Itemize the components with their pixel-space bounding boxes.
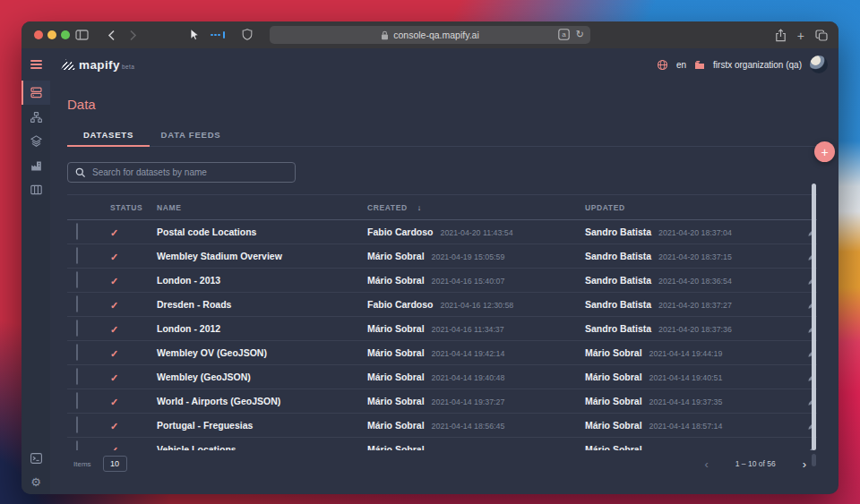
updated-at: 2021-04-14 19:44:19 bbox=[649, 349, 723, 358]
svg-text:a: a bbox=[562, 30, 566, 38]
sidebar-item-maps[interactable] bbox=[22, 177, 50, 201]
column-header-status[interactable]: STATUS bbox=[103, 203, 148, 212]
status-check-icon: ✓ bbox=[110, 372, 118, 383]
row-checkbox[interactable] bbox=[76, 416, 78, 433]
organization-name[interactable]: firstx organization (qa) bbox=[713, 60, 802, 70]
row-checkbox[interactable] bbox=[76, 320, 78, 337]
previous-page-icon[interactable]: ‹ bbox=[704, 458, 708, 470]
dataset-name[interactable]: Portugal - Freguesias bbox=[148, 420, 367, 431]
created-by: Fabio Cardoso bbox=[367, 226, 434, 237]
table-row[interactable]: ✓ Dresden - Roads Fabio Cardoso 2021-04-… bbox=[67, 293, 817, 317]
tab-data-feeds[interactable]: DATA FEEDS bbox=[150, 123, 232, 146]
created-by: Mário Sobral bbox=[367, 420, 425, 431]
table-row[interactable]: ✓ London - 2012 Mário Sobral 2021-04-16 … bbox=[67, 317, 817, 341]
row-checkbox[interactable] bbox=[76, 440, 78, 450]
row-checkbox[interactable] bbox=[76, 223, 78, 240]
zoom-window-button[interactable] bbox=[61, 30, 70, 39]
hamburger-icon bbox=[30, 60, 42, 69]
updated-at: 2021-04-14 19:40:51 bbox=[649, 373, 723, 382]
table-row[interactable]: ✓ Vehicle Locations Mário Sobral Mário S… bbox=[67, 438, 817, 450]
row-checkbox[interactable] bbox=[76, 368, 78, 385]
scrollbar-thumb[interactable] bbox=[812, 184, 816, 450]
updated-by: Mário Sobral bbox=[585, 347, 642, 358]
dataset-name[interactable]: Dresden - Roads bbox=[148, 299, 367, 310]
scrollbar-track[interactable] bbox=[812, 454, 816, 466]
dataset-name[interactable]: Wembley (GeoJSON) bbox=[148, 372, 367, 382]
organization-icon[interactable] bbox=[694, 60, 705, 70]
tab-overview-icon[interactable] bbox=[815, 30, 828, 41]
dataset-name[interactable]: Vehicle Locations bbox=[148, 444, 367, 450]
cursor-pointer-icon bbox=[188, 29, 202, 41]
created-by: Fabio Cardoso bbox=[367, 299, 434, 310]
user-avatar[interactable] bbox=[810, 56, 828, 73]
table-header-row: STATUS NAME CREATED ↓ UPDATED bbox=[67, 195, 817, 220]
translate-icon[interactable]: a bbox=[558, 29, 570, 40]
privacy-shield-icon[interactable] bbox=[240, 29, 254, 41]
add-dataset-button[interactable]: + bbox=[814, 141, 835, 162]
sidebar-item-settings[interactable]: ⚙ bbox=[22, 470, 50, 494]
sidebar-item-organizations[interactable] bbox=[22, 153, 50, 177]
row-checkbox[interactable] bbox=[76, 295, 78, 312]
dataset-name[interactable]: London - 2012 bbox=[148, 323, 367, 334]
hierarchy-icon bbox=[30, 112, 42, 123]
search-box[interactable] bbox=[67, 162, 296, 183]
created-at: 2021-04-16 15:40:07 bbox=[432, 277, 505, 286]
table-row[interactable]: ✓ Wembley OV (GeoJSON) Mário Sobral 2021… bbox=[67, 341, 817, 365]
dataset-name[interactable]: London - 2013 bbox=[148, 275, 367, 286]
dataset-name[interactable]: World - Airports (GeoJSON) bbox=[148, 396, 367, 406]
status-check-icon: ✓ bbox=[110, 252, 118, 262]
share-icon[interactable] bbox=[775, 29, 787, 42]
sidebar-item-console[interactable] bbox=[22, 446, 50, 470]
row-checkbox[interactable] bbox=[76, 271, 78, 288]
browser-window: console-qa.mapify.ai a ↻ + bbox=[22, 21, 838, 494]
sidebar-item-hierarchy[interactable] bbox=[22, 105, 50, 129]
forward-button[interactable] bbox=[126, 29, 140, 41]
table-row[interactable]: ✓ Wembley (GeoJSON) Mário Sobral 2021-04… bbox=[67, 365, 817, 389]
table-row[interactable]: ✓ World - Airports (GeoJSON) Mário Sobra… bbox=[67, 389, 817, 414]
table-row[interactable]: ✓ London - 2013 Mário Sobral 2021-04-16 … bbox=[67, 269, 817, 293]
menu-toggle-button[interactable] bbox=[22, 60, 50, 69]
search-input[interactable] bbox=[92, 167, 288, 177]
desktop-wallpaper: console-qa.mapify.ai a ↻ + bbox=[0, 0, 860, 504]
table-row[interactable]: ✓ Wembley Stadium Overview Mário Sobral … bbox=[67, 244, 817, 269]
row-checkbox[interactable] bbox=[76, 247, 78, 264]
minimize-window-button[interactable] bbox=[47, 30, 56, 39]
new-tab-icon[interactable]: + bbox=[797, 30, 804, 41]
datasets-icon bbox=[30, 87, 42, 98]
sidebar-item-layers[interactable] bbox=[22, 129, 50, 153]
column-header-name[interactable]: NAME bbox=[148, 203, 367, 212]
brand-logo[interactable]: mapify beta bbox=[61, 58, 134, 72]
updated-at: 2021-04-20 18:36:54 bbox=[658, 277, 732, 286]
back-button[interactable] bbox=[104, 29, 117, 41]
tab-datasets[interactable]: DATASETS bbox=[67, 123, 150, 146]
table-row[interactable]: ✓ Portugal - Freguesias Mário Sobral 202… bbox=[67, 414, 817, 438]
created-at: 2021-04-14 19:37:27 bbox=[432, 397, 505, 406]
column-header-updated[interactable]: UPDATED bbox=[585, 203, 794, 212]
table-row[interactable]: ✓ Postal code Locations Fabio Cardoso 20… bbox=[67, 220, 817, 244]
datasets-table: STATUS NAME CREATED ↓ UPDATED ✓ Postal c… bbox=[67, 194, 817, 450]
brand-name: mapify bbox=[79, 58, 120, 72]
sidebar-item-datasets[interactable] bbox=[22, 81, 50, 105]
column-header-created[interactable]: CREATED ↓ bbox=[367, 203, 585, 212]
reader-dots-icon[interactable] bbox=[208, 29, 228, 41]
updated-at: 2021-04-20 18:37:36 bbox=[658, 325, 732, 334]
reload-icon[interactable]: ↻ bbox=[576, 30, 584, 39]
dataset-name[interactable]: Wembley OV (GeoJSON) bbox=[148, 347, 367, 358]
language-globe-icon[interactable] bbox=[657, 59, 668, 71]
sidebar-toggle-icon[interactable] bbox=[75, 29, 89, 41]
updated-at: 2021-04-14 19:37:35 bbox=[649, 397, 723, 406]
address-bar[interactable]: console-qa.mapify.ai a ↻ bbox=[270, 26, 590, 44]
row-checkbox[interactable] bbox=[76, 344, 78, 361]
close-window-button[interactable] bbox=[34, 30, 43, 39]
created-by: Mário Sobral bbox=[367, 347, 425, 358]
created-by: Mário Sobral bbox=[367, 444, 425, 450]
dataset-name[interactable]: Postal code Locations bbox=[148, 226, 367, 237]
updated-by: Sandro Batista bbox=[585, 299, 651, 310]
created-at: 2021-04-14 18:56:45 bbox=[432, 422, 505, 431]
language-code[interactable]: en bbox=[676, 60, 686, 70]
updated-by: Sandro Batista bbox=[585, 226, 651, 237]
page-size-select[interactable]: 10 bbox=[103, 456, 127, 472]
row-checkbox[interactable] bbox=[76, 392, 78, 409]
next-page-icon[interactable]: › bbox=[803, 458, 806, 470]
dataset-name[interactable]: Wembley Stadium Overview bbox=[148, 251, 367, 261]
